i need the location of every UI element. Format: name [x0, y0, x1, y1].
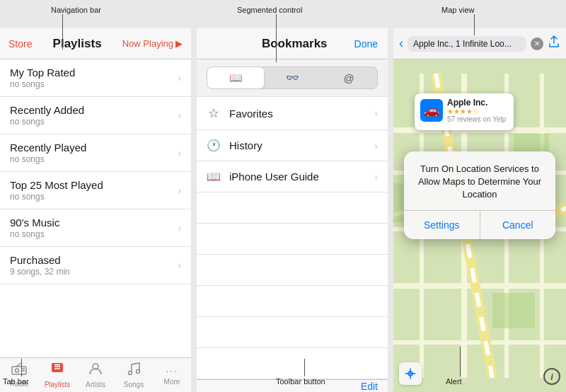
chevron-right-icon: ›	[178, 72, 181, 83]
playlist-item[interactable]: Top 25 Most Played no songs ›	[0, 172, 191, 209]
playlists-icon	[50, 362, 65, 379]
tab-artists-label: Artists	[86, 381, 105, 388]
alert-message: Turn On Location Services to Allow Maps …	[412, 163, 547, 202]
seg-reading-list-button[interactable]: 👓	[264, 67, 320, 88]
tab-playlists-label: Playlists	[45, 381, 71, 388]
playlist-item[interactable]: Purchased 9 songs, 32 min ›	[0, 247, 191, 284]
map-share-button[interactable]	[548, 35, 560, 52]
chevron-right-icon: ›	[374, 171, 378, 183]
history-label: History	[229, 139, 366, 151]
tab-radio[interactable]: Radio	[0, 362, 38, 388]
seg-history-at-button[interactable]: @	[320, 67, 377, 88]
playlist-item[interactable]: Recently Played no songs ›	[0, 134, 191, 172]
playlists-panel: Store Playlists Now Playing ▶ My Top Rat…	[0, 28, 191, 392]
radio-icon	[11, 362, 27, 379]
map-back-button[interactable]: ‹	[399, 36, 403, 51]
chevron-right-icon: ›	[178, 147, 181, 158]
history-item[interactable]: 🕐 History ›	[197, 130, 388, 161]
songs-icon	[126, 362, 142, 379]
iphone-guide-item[interactable]: 📖 iPhone User Guide ›	[197, 161, 388, 192]
svg-point-11	[137, 370, 140, 374]
playlist-list: My Top Rated no songs › Recently Added n…	[0, 59, 191, 357]
tab-bar: Radio Playlists Artists	[0, 357, 191, 392]
star-icon: ☆	[207, 105, 221, 121]
tab-more-label: More	[164, 378, 180, 386]
alert-settings-button[interactable]: Settings	[404, 211, 480, 239]
marker-reviews: 57 reviews on Yelp	[447, 115, 506, 123]
navigation-bar: Store Playlists Now Playing ▶	[0, 28, 191, 59]
location-alert: Turn On Location Services to Allow Maps …	[404, 151, 555, 239]
clock-icon: 🕐	[207, 139, 221, 152]
map-panel: ‹ Apple Inc., 1 Infinite Loo... ✕	[393, 28, 566, 392]
marker-title: Apple Inc.	[447, 98, 506, 108]
chevron-right-icon: ›	[178, 222, 181, 234]
bookmarks-nav-bar: Bookmarks Done	[197, 28, 388, 59]
tab-songs-label: Songs	[124, 381, 144, 388]
tab-more[interactable]: ··· More	[153, 365, 191, 386]
tab-songs[interactable]: Songs	[115, 362, 153, 388]
store-button[interactable]: Store	[8, 38, 32, 50]
bookmarks-done-button[interactable]: Done	[354, 38, 378, 50]
chevron-right-icon: ›	[374, 108, 378, 119]
seg-bookmarks-button[interactable]: 📖	[207, 67, 264, 88]
apple-marker-icon: 🚗	[420, 99, 443, 122]
tab-playlists[interactable]: Playlists	[38, 362, 76, 388]
chevron-right-icon: ›	[374, 140, 378, 151]
book-icon: 📖	[207, 170, 221, 183]
nav-bar-annotation: Navigation bar	[51, 6, 101, 14]
chevron-right-icon: ›	[178, 185, 181, 196]
map-address-bar[interactable]: Apple Inc., 1 Infinite Loo...	[408, 36, 526, 52]
segmented-control: 📖 👓 @	[207, 67, 378, 89]
empty-rows	[197, 192, 388, 379]
now-playing-button[interactable]: Now Playing ▶	[122, 38, 183, 49]
map-view-annotation: Map view	[441, 6, 474, 14]
bookmarks-panel: Bookmarks Done 📖 👓 @ ☆ Favorites › 🕐 His…	[197, 28, 388, 392]
edit-toolbar-button[interactable]: Edit	[361, 381, 378, 392]
map-controls: i	[399, 362, 560, 385]
nav-bar-title: Playlists	[53, 37, 102, 51]
favorites-item[interactable]: ☆ Favorites ›	[197, 97, 388, 130]
more-icon: ···	[166, 365, 178, 376]
bookmarks-list: ☆ Favorites › 🕐 History › 📖 iPhone User …	[197, 96, 388, 192]
svg-rect-24	[492, 293, 535, 328]
favorites-label: Favorites	[229, 108, 366, 120]
map-nav-bar: ‹ Apple Inc., 1 Infinite Loo... ✕	[393, 28, 566, 59]
svg-point-10	[129, 371, 132, 375]
map-view[interactable]: 🚗 Apple Inc. ★★★★☆ 57 reviews on Yelp Tu…	[393, 59, 566, 392]
info-button[interactable]: i	[543, 368, 560, 385]
segmented-annotation: Segmented control	[237, 6, 302, 14]
alert-cancel-button[interactable]: Cancel	[480, 211, 556, 239]
svg-point-1	[16, 369, 19, 372]
map-location-marker[interactable]: 🚗 Apple Inc. ★★★★☆ 57 reviews on Yelp	[415, 93, 514, 130]
playlist-item[interactable]: 90's Music no songs ›	[0, 209, 191, 247]
location-button[interactable]	[399, 362, 422, 385]
chevron-right-icon: ›	[178, 260, 181, 271]
bookmarks-title: Bookmarks	[262, 37, 328, 51]
playlist-item[interactable]: My Top Rated no songs ›	[0, 59, 191, 97]
bookmarks-toolbar: Edit	[197, 379, 388, 392]
chevron-right-icon: ›	[178, 110, 181, 121]
map-clear-button[interactable]: ✕	[531, 38, 543, 50]
tab-radio-label: Radio	[10, 380, 28, 388]
tab-artists[interactable]: Artists	[76, 362, 115, 388]
iphone-guide-label: iPhone User Guide	[229, 171, 366, 183]
artists-icon	[88, 362, 103, 379]
marker-stars: ★★★★☆	[447, 108, 506, 115]
playlist-item[interactable]: Recently Added no songs ›	[0, 97, 191, 134]
